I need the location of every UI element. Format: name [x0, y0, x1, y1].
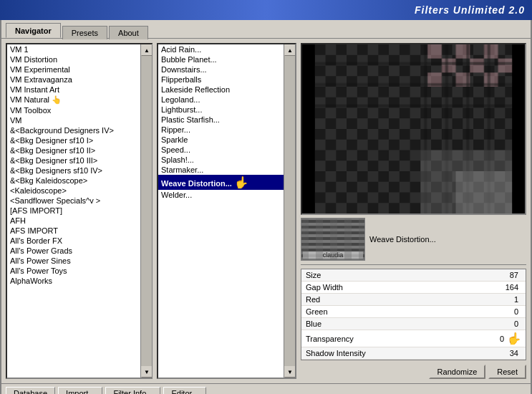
- svg-rect-10: [498, 59, 513, 73]
- svg-rect-22: [456, 171, 513, 213]
- filter-item[interactable]: Legoland...: [158, 95, 284, 105]
- filter-item[interactable]: Lightburst...: [158, 105, 284, 115]
- svg-rect-9: [470, 59, 484, 73]
- main-window: Navigator Presets About VM 1VM Distortio…: [0, 20, 532, 394]
- filter-item[interactable]: Flipperballs: [158, 75, 284, 85]
- param-value: 0: [485, 319, 521, 328]
- reset-button[interactable]: Reset: [488, 365, 526, 379]
- filter-name-label: Weave Distortion...: [369, 235, 526, 244]
- filter-info-button[interactable]: Filter Info...: [105, 387, 160, 394]
- category-item[interactable]: &<Bkg Designer sf10 I>: [7, 135, 140, 145]
- scroll-down-btn[interactable]: ▼: [141, 366, 153, 378]
- param-row: Green0: [301, 306, 526, 318]
- svg-rect-7: [484, 44, 498, 59]
- category-item[interactable]: VM: [7, 115, 140, 125]
- app-title: Filters Unlimited 2.0: [415, 4, 525, 16]
- param-label: Shadow Intensity: [306, 349, 485, 357]
- content-area: VM 1VM DistortionVM ExperimentalVM Extra…: [1, 38, 531, 383]
- filter-item[interactable]: Bubble Planet...: [158, 54, 284, 64]
- category-item[interactable]: AlphaWorks: [7, 276, 140, 286]
- preview-image: [302, 44, 525, 213]
- filter-scroll-up-btn[interactable]: ▲: [284, 44, 296, 56]
- filter-thumbnail: claudia: [301, 218, 365, 261]
- randomize-button[interactable]: Randomize: [429, 365, 486, 379]
- category-item[interactable]: <Sandflower Specials^v >: [7, 196, 140, 206]
- category-item[interactable]: VM 1: [7, 44, 140, 54]
- params-container: Size87Gap Width164Red1Green0Blue0Transpa…: [301, 269, 526, 360]
- category-item[interactable]: &<Bkg Kaleidoscope>: [7, 176, 140, 186]
- filter-item[interactable]: Starmaker...: [158, 165, 284, 175]
- filter-item[interactable]: Lakeside Reflection: [158, 85, 284, 95]
- category-item[interactable]: &<Bkg Designer sf10 II>: [7, 145, 140, 155]
- filter-name-row: claudia Weave Distortion...: [301, 218, 526, 261]
- category-item[interactable]: All's Power Grads: [7, 246, 140, 256]
- filter-item[interactable]: Splash!...: [158, 155, 284, 165]
- category-item[interactable]: All's Power Sines: [7, 256, 140, 266]
- right-panel: claudia Weave Distortion... Size87Gap Wi…: [301, 43, 526, 379]
- category-item[interactable]: VM Distortion: [7, 54, 140, 64]
- divider: [301, 264, 526, 265]
- param-row: Gap Width164: [301, 282, 526, 294]
- category-item[interactable]: AFS IMPORT: [7, 226, 140, 236]
- import-button[interactable]: Import...: [58, 387, 102, 394]
- category-item[interactable]: VM Toolbox: [7, 105, 140, 115]
- svg-rect-19: [315, 83, 512, 86]
- filter-list[interactable]: Acid Rain...Bubble Planet...Downstairs..…: [157, 43, 296, 379]
- scroll-up-btn[interactable]: ▲: [141, 44, 153, 56]
- category-item[interactable]: AFH: [7, 216, 140, 226]
- category-item[interactable]: &<Bkg Designer sf10 III>: [7, 155, 140, 165]
- filter-scroll-track: [284, 56, 295, 366]
- category-item[interactable]: &<Bkg Designers sf10 IV>: [7, 165, 140, 176]
- svg-rect-8: [442, 59, 456, 73]
- param-value: 0: [485, 307, 521, 316]
- preview-area: [301, 43, 526, 215]
- filter-item[interactable]: Ripper...: [158, 125, 284, 135]
- bottom-toolbar: Database Import... Filter Info... Editor…: [1, 383, 531, 394]
- tab-navigator[interactable]: Navigator: [6, 23, 61, 38]
- param-value: 164: [485, 283, 521, 292]
- param-label: Blue: [306, 319, 485, 328]
- param-row: Size87: [301, 269, 526, 282]
- category-item[interactable]: VM Natural 👆: [7, 95, 140, 105]
- svg-rect-5: [427, 44, 442, 59]
- scroll-track: [141, 56, 152, 366]
- category-item[interactable]: All's Power Toys: [7, 266, 140, 276]
- category-item[interactable]: VM Experimental: [7, 64, 140, 75]
- category-item[interactable]: VM Extravaganza: [7, 75, 140, 85]
- filter-item[interactable]: Plastic Starfish...: [158, 115, 284, 125]
- title-bar: Filters Unlimited 2.0: [0, 0, 532, 20]
- filter-item[interactable]: Downstairs...: [158, 64, 284, 75]
- param-buttons: Randomize Reset: [301, 365, 526, 379]
- param-row: Transparency0👆: [301, 330, 526, 347]
- category-item[interactable]: &<Background Designers IV>: [7, 125, 140, 135]
- param-label: Transparency: [306, 335, 471, 343]
- param-row: Red1: [301, 294, 526, 306]
- tab-about[interactable]: About: [109, 26, 148, 39]
- tab-bar: Navigator Presets About: [1, 20, 531, 38]
- param-value: 0: [471, 335, 507, 343]
- filter-item[interactable]: Welder...: [158, 190, 284, 200]
- category-item[interactable]: VM Instant Art: [7, 85, 140, 95]
- param-row: Shadow Intensity34: [301, 347, 526, 360]
- category-item[interactable]: [AFS IMPORT]: [7, 206, 140, 216]
- filter-item[interactable]: Acid Rain...: [158, 44, 284, 54]
- editor-button[interactable]: Editor...: [163, 387, 205, 394]
- param-value: 34: [485, 349, 521, 357]
- database-button[interactable]: Database: [6, 387, 55, 394]
- category-item[interactable]: <Kaleidoscope>: [7, 186, 140, 196]
- param-label: Green: [306, 307, 485, 316]
- param-label: Red: [306, 295, 485, 304]
- hand-cursor-icon: 👆: [507, 332, 521, 345]
- svg-rect-20: [315, 105, 512, 107]
- filter-item[interactable]: Sparkle: [158, 135, 284, 145]
- filter-item[interactable]: Speed...: [158, 145, 284, 155]
- filter-scroll-down-btn[interactable]: ▼: [284, 366, 296, 378]
- param-value: 1: [485, 295, 521, 304]
- category-item[interactable]: All's Border FX: [7, 236, 140, 246]
- param-row: Blue0: [301, 318, 526, 330]
- filter-item[interactable]: Weave Distortion... 👆: [158, 175, 284, 190]
- category-list[interactable]: VM 1VM DistortionVM ExperimentalVM Extra…: [6, 43, 153, 379]
- param-label: Size: [306, 271, 485, 279]
- tab-presets[interactable]: Presets: [62, 26, 107, 39]
- svg-rect-18: [315, 62, 512, 65]
